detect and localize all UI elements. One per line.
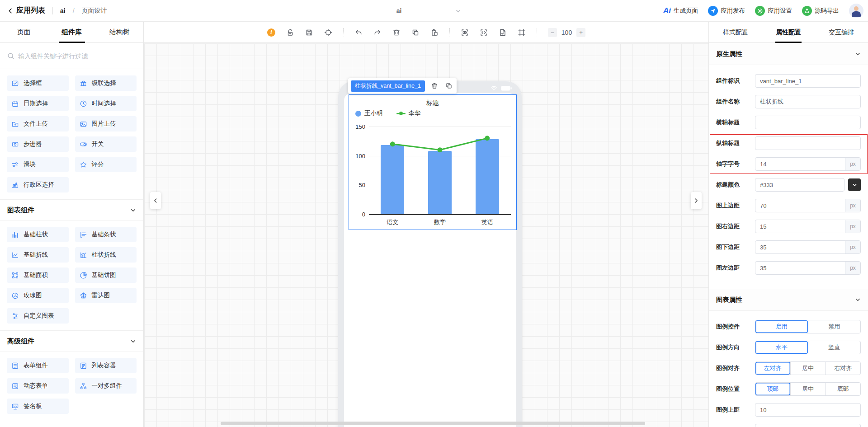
component-item[interactable]: 签名板 (7, 399, 69, 414)
breadcrumb-app[interactable]: ai (60, 7, 66, 14)
search-input[interactable] (18, 52, 136, 60)
property-input[interactable] (755, 158, 845, 170)
legend-entry[interactable]: 王小明 (355, 109, 383, 117)
component-item[interactable]: 一对多组件 (75, 378, 137, 394)
segment-option[interactable]: 禁用 (808, 320, 861, 333)
user-avatar[interactable] (849, 4, 863, 18)
segment-option[interactable]: 启用 (755, 320, 808, 333)
component-item[interactable]: 行政区选择 (7, 177, 69, 192)
component-item[interactable]: 评分 (75, 157, 137, 172)
collapse-left-handle[interactable] (150, 192, 161, 209)
delete-component-icon[interactable] (431, 82, 438, 89)
code-view-icon[interactable] (480, 28, 488, 37)
ai-generate-button[interactable]: Ai 生成页面 (663, 6, 698, 15)
section-header[interactable]: 高级组件 (0, 330, 143, 352)
zoom-out-button[interactable]: − (548, 28, 557, 37)
color-picker-button[interactable] (848, 178, 861, 191)
collapse-right-handle[interactable] (691, 192, 702, 209)
tab-property-config[interactable]: 属性配置 (762, 22, 815, 42)
tab-style-config[interactable]: 样式配置 (709, 22, 762, 42)
segment-option[interactable]: 右对齐 (825, 362, 860, 375)
copy-icon[interactable] (411, 28, 420, 37)
unit-suffix: px (845, 199, 860, 212)
property-input[interactable] (755, 424, 860, 427)
property-input[interactable] (755, 95, 860, 108)
component-item[interactable]: 开关 (75, 136, 137, 152)
component-item[interactable]: 文件上传 (7, 116, 69, 131)
page-check-icon[interactable] (499, 28, 507, 37)
paste-icon[interactable] (430, 28, 439, 37)
tab-structure-tree[interactable]: 结构树 (95, 22, 143, 42)
property-input[interactable] (755, 178, 844, 191)
property-input[interactable] (755, 220, 845, 233)
preview-eye-icon[interactable] (461, 28, 469, 37)
component-item[interactable]: 时间选择 (75, 96, 137, 111)
artboard-frame-icon[interactable] (518, 28, 526, 37)
segment-option[interactable]: 居中 (790, 383, 826, 395)
property-section-header[interactable]: 原生属性 (709, 43, 868, 65)
canvas-grid-area[interactable]: 柱状折线_vant_bar_line_1 标题 王小明李华 150100500语… (144, 43, 708, 427)
area-chart-icon (11, 272, 19, 279)
segment-option[interactable]: 居中 (790, 362, 826, 375)
property-input[interactable] (755, 199, 845, 212)
page-selector-dropdown[interactable]: ai (337, 0, 461, 22)
copy-component-icon[interactable] (445, 82, 453, 89)
segment-option[interactable]: 水平 (755, 341, 808, 354)
legend-entry[interactable]: 李华 (396, 109, 421, 117)
back-button[interactable]: 应用列表 (7, 6, 45, 15)
segment-option[interactable]: 左对齐 (755, 362, 790, 375)
component-item[interactable]: 动态表单 (7, 378, 69, 394)
property-input[interactable] (755, 241, 845, 253)
component-item[interactable]: 基础条状 (75, 227, 137, 242)
property-row: 图例上距 (716, 403, 861, 417)
undo-icon[interactable] (354, 28, 363, 37)
delete-icon[interactable] (392, 28, 401, 37)
tab-pages[interactable]: 页面 (0, 22, 48, 42)
component-item[interactable]: 滑块 (7, 157, 69, 172)
component-item[interactable]: 基础饼图 (75, 267, 137, 283)
radar-chart-icon (80, 292, 87, 300)
component-item[interactable]: 级联选择 (75, 75, 137, 91)
component-item[interactable]: 基础柱状 (7, 227, 69, 242)
component-item[interactable]: 自定义图表 (7, 308, 69, 324)
component-item[interactable]: 基础折线 (7, 247, 69, 263)
property-input[interactable] (755, 116, 860, 129)
component-item[interactable]: 列表容器 (75, 358, 137, 373)
component-item-label: 开关 (92, 140, 104, 148)
property-input[interactable] (755, 137, 860, 150)
property-input[interactable] (755, 262, 845, 274)
component-item[interactable]: 图片上传 (75, 116, 137, 131)
component-item[interactable]: 表单组件 (7, 358, 69, 373)
tab-interaction-config[interactable]: 交互编排 (815, 22, 868, 42)
section-header[interactable]: 图表组件 (0, 199, 143, 221)
info-badge-icon[interactable]: i (267, 28, 275, 37)
component-item[interactable]: 基础面积 (7, 267, 69, 283)
checkbox-icon (11, 80, 19, 87)
component-item[interactable]: 玫瑰图 (7, 288, 69, 303)
component-item[interactable]: 日期选择 (7, 96, 69, 111)
code-export-button[interactable]: 源码导出 (802, 6, 839, 16)
chart-component-selected[interactable]: 标题 王小明李华 150100500语文数学英语 (349, 94, 517, 230)
app-settings-button[interactable]: 应用设置 (755, 6, 792, 16)
tab-component-library[interactable]: 组件库 (48, 22, 96, 42)
legend-marker-icon (355, 111, 361, 117)
zoom-in-button[interactable]: + (576, 28, 585, 37)
property-input[interactable] (755, 404, 860, 416)
segment-option[interactable]: 顶部 (755, 383, 790, 395)
chevron-down-icon (130, 207, 136, 213)
unlock-icon[interactable] (286, 28, 294, 37)
component-item[interactable]: 柱状折线 (75, 247, 137, 263)
app-publish-button[interactable]: 应用发布 (708, 6, 745, 16)
segment-option[interactable]: 竖直 (808, 341, 861, 354)
target-icon[interactable] (324, 28, 332, 37)
property-input[interactable] (755, 75, 860, 87)
save-icon[interactable] (305, 28, 313, 37)
segment-option[interactable]: 底部 (825, 383, 860, 395)
component-item[interactable]: 雷达图 (75, 288, 137, 303)
property-section-header[interactable]: 图表属性 (709, 289, 868, 311)
horizontal-scrollbar[interactable] (221, 422, 645, 425)
component-item[interactable]: 步进器 (7, 136, 69, 152)
legend-label: 王小明 (364, 109, 383, 117)
component-item[interactable]: 选择框 (7, 75, 69, 91)
redo-icon[interactable] (373, 28, 382, 37)
